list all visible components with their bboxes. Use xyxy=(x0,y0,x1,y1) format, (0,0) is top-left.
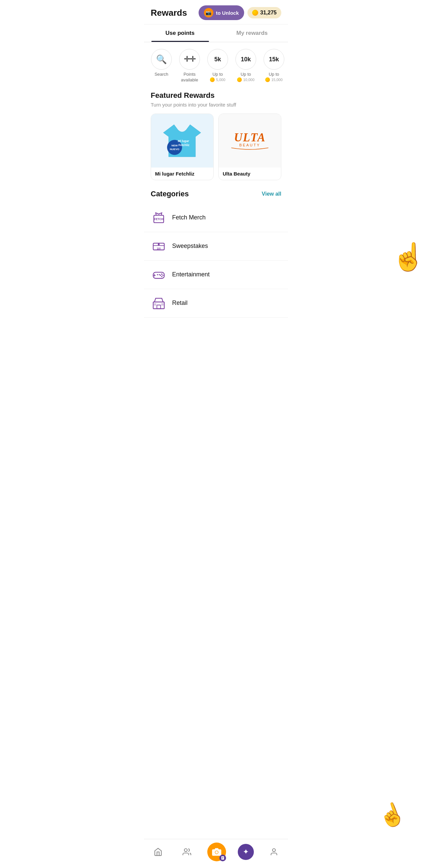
svg-rect-24 xyxy=(154,303,156,306)
unlock-label: to Unlock xyxy=(216,10,239,16)
camera-icon: 📷 xyxy=(204,8,213,18)
filter-15k-circle: 15k xyxy=(264,49,284,70)
svg-point-11 xyxy=(158,244,160,246)
reward-card-name-ulta: Ulta Beauty xyxy=(219,167,281,180)
svg-text:ULTA: ULTA xyxy=(234,131,266,144)
category-item-entertainment[interactable]: Entertainment xyxy=(144,260,288,289)
reward-card-ulta[interactable]: ULTA BEAUTY Ulta Beauty xyxy=(218,114,281,180)
points-value: 31,275 xyxy=(260,10,277,16)
filter-5k-circle: 5k xyxy=(207,49,228,70)
header: Rewards 📷 to Unlock 31,275 xyxy=(144,0,288,25)
header-actions: 📷 to Unlock 31,275 xyxy=(199,5,281,20)
filter-10k-value: 10k xyxy=(241,56,251,63)
coin-icon-5k xyxy=(210,78,215,82)
search-circle: 🔍 xyxy=(151,49,172,70)
svg-point-20 xyxy=(159,274,160,275)
main-content: 🔍 Search ✛✛ Points available 5k xyxy=(144,42,288,351)
featured-title: Featured Rewards xyxy=(151,91,281,100)
fetch-merch-icon: FETCH xyxy=(151,210,167,226)
coin-icon xyxy=(252,10,258,16)
tab-use-points[interactable]: Use points xyxy=(144,25,216,42)
fetch-merch-label: Fetch Merch xyxy=(172,214,206,221)
sweepstakes-svg: 10! xyxy=(152,239,166,254)
tshirt-svg: NEW NUEVO Mi lugar Fetchliz xyxy=(154,117,210,165)
svg-point-17 xyxy=(160,275,161,276)
svg-text:NEW: NEW xyxy=(171,144,178,147)
svg-point-15 xyxy=(161,273,162,275)
svg-point-18 xyxy=(161,276,162,277)
search-label: Search xyxy=(154,72,168,78)
svg-text:Fetchliz: Fetchliz xyxy=(178,144,190,147)
categories-title: Categories xyxy=(151,190,189,198)
svg-text:NUEVO: NUEVO xyxy=(170,148,179,151)
ulta-logo-container: ULTA BEAUTY xyxy=(219,129,281,152)
svg-point-16 xyxy=(162,275,164,276)
featured-subtitle: Turn your points into your favorite stuf… xyxy=(151,102,281,107)
filter-row: 🔍 Search ✛✛ Points available 5k xyxy=(144,42,288,90)
svg-text:Mi lugar: Mi lugar xyxy=(178,140,189,143)
svg-text:10!: 10! xyxy=(157,247,161,250)
categories-section: Categories View all FETCH Fetch Merch xyxy=(144,187,288,318)
reward-card-mi-lugar[interactable]: NEW NUEVO Mi lugar Fetchliz Mi lugar Fet… xyxy=(151,114,214,180)
sweepstakes-icon: 10! xyxy=(151,238,167,254)
filter-10k[interactable]: 10k Up to 10,000 xyxy=(234,49,258,82)
category-item-fetch-merch[interactable]: FETCH Fetch Merch xyxy=(144,204,288,232)
filter-5k-value: 5k xyxy=(214,56,221,63)
filter-points-available[interactable]: ✛✛ Points available xyxy=(177,49,202,83)
entertainment-svg xyxy=(152,267,166,282)
search-icon: 🔍 xyxy=(156,54,167,65)
category-item-sweepstakes[interactable]: 10! Sweepstakes xyxy=(144,232,288,260)
category-item-retail[interactable]: Retail xyxy=(144,289,288,318)
svg-rect-22 xyxy=(157,305,161,309)
ulta-logo-svg: ULTA BEAUTY xyxy=(223,129,276,150)
reward-card-img-mi-lugar: NEW NUEVO Mi lugar Fetchliz xyxy=(151,114,213,167)
svg-point-19 xyxy=(157,274,158,275)
points-avail-label: Points available xyxy=(181,72,198,83)
entertainment-label: Entertainment xyxy=(172,271,210,278)
reward-card-name-mi-lugar: Mi lugar Fetchliz xyxy=(151,167,213,180)
sweepstakes-label: Sweepstakes xyxy=(172,243,208,250)
svg-text:FETCH: FETCH xyxy=(154,218,163,221)
fetch-merch-svg: FETCH xyxy=(152,210,166,225)
coin-icon-10k xyxy=(237,78,242,82)
plus-cross-icon: ✛✛ xyxy=(184,55,195,64)
filter-5k[interactable]: 5k Up to 5,000 xyxy=(206,49,230,82)
view-all-button[interactable]: View all xyxy=(262,191,281,197)
points-avail-circle: ✛✛ xyxy=(179,49,200,70)
filter-15k[interactable]: 15k Up to 15,000 xyxy=(262,49,286,82)
tab-my-rewards[interactable]: My rewards xyxy=(216,25,288,42)
coin-icon-15k xyxy=(265,78,270,82)
entertainment-icon xyxy=(151,267,167,283)
filter-10k-circle: 10k xyxy=(235,49,256,70)
points-badge: 31,275 xyxy=(247,7,281,19)
unlock-button[interactable]: 📷 to Unlock xyxy=(199,5,244,20)
featured-section: Featured Rewards Turn your points into y… xyxy=(144,90,288,187)
reward-card-img-ulta: ULTA BEAUTY xyxy=(219,114,281,167)
svg-rect-25 xyxy=(161,303,163,306)
retail-svg xyxy=(152,296,166,311)
featured-cards: NEW NUEVO Mi lugar Fetchliz Mi lugar Fet… xyxy=(151,114,281,187)
filter-search[interactable]: 🔍 Search xyxy=(149,49,173,78)
categories-header: Categories View all xyxy=(144,187,288,204)
page-title: Rewards xyxy=(151,8,187,18)
filter-15k-value: 15k xyxy=(269,56,279,63)
retail-label: Retail xyxy=(172,300,188,307)
retail-icon xyxy=(151,295,167,311)
tabs: Use points My rewards xyxy=(144,25,288,42)
svg-text:BEAUTY: BEAUTY xyxy=(239,144,260,147)
